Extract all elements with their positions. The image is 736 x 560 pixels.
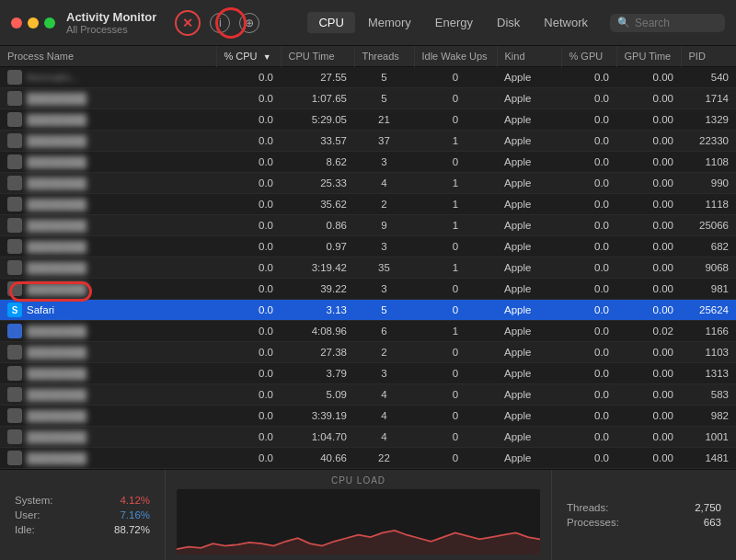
cpu-load-label: CPU LOAD — [331, 475, 385, 486]
col-cpu-time[interactable]: CPU Time — [281, 46, 354, 67]
table-cell: 0.00 — [616, 152, 681, 173]
process-name: ████████ — [27, 347, 86, 358]
table-row[interactable]: ████████0.03:39.1940Apple0.00.00982 — [0, 406, 736, 427]
table-cell: 0 — [414, 236, 497, 257]
process-name: Safari — [27, 304, 54, 315]
table-row[interactable]: ████████0.04:08.9661Apple0.00.021166 — [0, 321, 736, 342]
search-input[interactable] — [635, 17, 718, 29]
threads-value: 2,750 — [695, 502, 721, 513]
table-cell: 0.0 — [561, 427, 616, 448]
col-gpu-time[interactable]: GPU Time — [616, 46, 681, 67]
table-cell: 5 — [354, 88, 414, 109]
process-icon: S — [7, 303, 22, 317]
table-cell: 0.0 — [216, 194, 281, 215]
table-cell: 5.09 — [281, 384, 354, 406]
table-cell: 22 — [354, 448, 414, 469]
process-table-container: Process Name % CPU ▼ CPU Time Threads Id… — [0, 46, 736, 469]
table-row[interactable]: ████████0.00.8691Apple0.00.0025066 — [0, 215, 736, 236]
table-cell: 5:29.05 — [281, 109, 354, 131]
tab-energy[interactable]: Energy — [424, 12, 484, 33]
table-row[interactable]: ████████0.01:04.7040Apple0.00.001001 — [0, 427, 736, 448]
table-cell: 0.0 — [561, 215, 616, 236]
table-row[interactable]: SSafari0.03.1350Apple0.00.0025624 — [0, 300, 736, 321]
close-button[interactable] — [11, 17, 22, 29]
traffic-lights — [11, 17, 55, 29]
user-value: 7.16% — [120, 509, 150, 520]
table-cell: 0.00 — [616, 215, 681, 236]
process-name-cell: ████████ — [0, 342, 216, 362]
process-name-cell: ████████ — [0, 88, 216, 109]
table-cell: 0.00 — [616, 236, 681, 257]
col-cpu-pct[interactable]: % CPU ▼ — [216, 46, 281, 67]
table-row[interactable]: ████████0.03.7930Apple0.00.001313 — [0, 363, 736, 384]
table-row[interactable]: ████████0.035.6221Apple0.00.001118 — [0, 194, 736, 215]
process-name-cell: ████████ — [0, 279, 216, 299]
tab-disk[interactable]: Disk — [486, 12, 531, 33]
table-cell: 0.0 — [216, 257, 281, 279]
table-row[interactable]: ████████0.05.0940Apple0.00.00583 — [0, 384, 736, 406]
table-cell: 2 — [354, 342, 414, 363]
table-row[interactable]: ████████0.01:07.6550Apple0.00.001714 — [0, 88, 736, 109]
table-cell: 5 — [354, 300, 414, 321]
process-name-cell: ████████ — [0, 236, 216, 257]
table-cell: Apple — [497, 215, 561, 236]
table-cell: 540 — [681, 67, 736, 88]
table-cell: 1:07.65 — [281, 88, 354, 109]
table-cell: 0.00 — [616, 173, 681, 194]
tab-memory[interactable]: Memory — [357, 12, 422, 33]
table-row[interactable]: ████████0.025.3341Apple0.00.00990 — [0, 173, 736, 194]
minimize-button[interactable] — [28, 17, 39, 29]
process-name-cell: ████████ — [0, 152, 216, 172]
table-row[interactable]: ████████0.00.9730Apple0.00.00682 — [0, 236, 736, 257]
table-cell: 0 — [414, 88, 497, 109]
search-box[interactable]: 🔍 — [610, 14, 725, 32]
table-cell: 1166 — [681, 321, 736, 342]
table-cell: 0.0 — [216, 406, 281, 427]
process-name: thermalm... — [27, 72, 80, 83]
col-gpu-pct[interactable]: % GPU — [561, 46, 616, 67]
stop-button[interactable]: ✕ — [175, 10, 201, 36]
tab-cpu[interactable]: CPU — [307, 12, 354, 33]
table-row[interactable]: ████████0.033.57371Apple0.00.0022330 — [0, 131, 736, 152]
table-cell: Apple — [497, 427, 561, 448]
process-name: ████████ — [27, 452, 86, 463]
process-name: ████████ — [27, 262, 86, 273]
col-pid[interactable]: PID — [681, 46, 736, 67]
col-threads[interactable]: Threads — [354, 46, 414, 67]
fork-button[interactable]: ⊕ — [239, 13, 259, 33]
table-row[interactable]: ████████0.05:29.05210Apple0.00.001329 — [0, 109, 736, 131]
col-process-name[interactable]: Process Name — [0, 46, 216, 67]
col-kind[interactable]: Kind — [497, 46, 561, 67]
maximize-button[interactable] — [44, 17, 55, 29]
table-row[interactable]: ████████0.039.2230Apple0.00.00981 — [0, 279, 736, 300]
table-cell: 3 — [354, 236, 414, 257]
table-cell: 3:19.42 — [281, 257, 354, 279]
table-row[interactable]: ████████0.040.66220Apple0.00.001481 — [0, 448, 736, 469]
col-idle-wake[interactable]: Idle Wake Ups — [414, 46, 497, 67]
table-cell: 27.38 — [281, 342, 354, 363]
tab-network[interactable]: Network — [533, 12, 599, 33]
process-table: Process Name % CPU ▼ CPU Time Threads Id… — [0, 46, 736, 469]
app-subtitle: All Processes — [66, 24, 156, 35]
table-row[interactable]: ████████0.08.6230Apple0.00.001108 — [0, 152, 736, 173]
table-cell: Apple — [497, 448, 561, 469]
table-cell: 0.0 — [216, 236, 281, 257]
table-cell: 3.79 — [281, 363, 354, 384]
status-cpu-stats: System: 4.12% User: 7.16% Idle: 88.72% — [0, 470, 166, 560]
table-cell: 0.0 — [216, 152, 281, 173]
table-row[interactable]: ████████0.027.3820Apple0.00.001103 — [0, 342, 736, 363]
table-cell: 0.0 — [561, 236, 616, 257]
process-name: ████████ — [27, 389, 86, 400]
table-cell: 0.00 — [616, 300, 681, 321]
table-cell: Apple — [497, 363, 561, 384]
process-icon — [7, 387, 22, 402]
table-cell: 1 — [414, 257, 497, 279]
table-cell: 0.0 — [216, 300, 281, 321]
table-cell: 0.0 — [561, 279, 616, 300]
table-row[interactable]: ████████0.03:19.42351Apple0.00.009068 — [0, 257, 736, 279]
info-button[interactable]: i — [210, 13, 230, 33]
table-row[interactable]: thermalm...0.027.5550Apple0.00.00540 — [0, 67, 736, 88]
table-cell: 9068 — [681, 257, 736, 279]
table-cell: 0 — [414, 152, 497, 173]
table-cell: 1103 — [681, 342, 736, 363]
